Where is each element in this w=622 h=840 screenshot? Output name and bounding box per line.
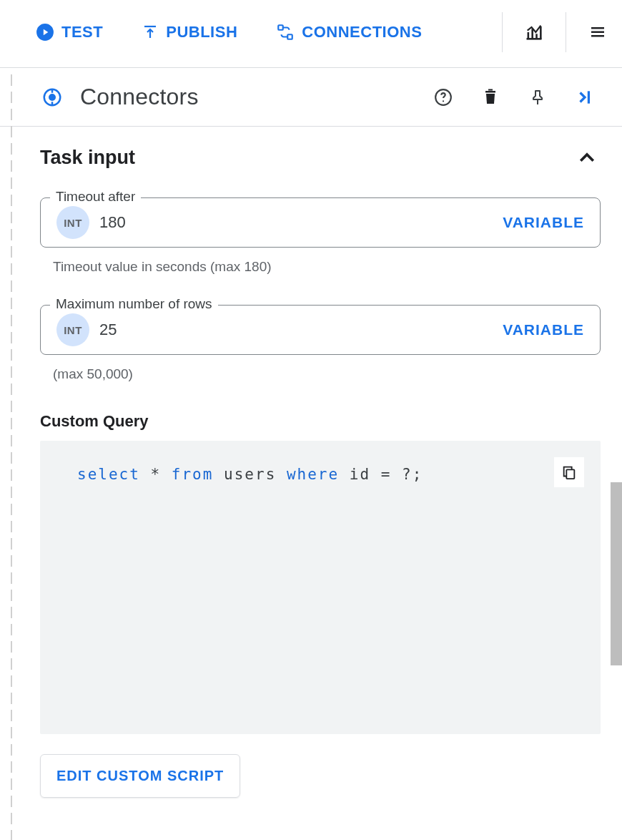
test-button[interactable]: TEST — [26, 16, 113, 49]
query-token-rest: id = ?; — [350, 466, 423, 483]
play-circle-icon — [36, 23, 54, 41]
query-token-star: * — [151, 466, 162, 483]
maxrows-legend: Maximum number of rows — [50, 296, 218, 312]
connector-node-icon — [41, 87, 63, 108]
svg-rect-6 — [591, 31, 604, 34]
help-icon[interactable] — [433, 87, 453, 107]
svg-rect-7 — [591, 35, 604, 37]
maxrows-value[interactable]: 25 — [99, 321, 503, 339]
section-header[interactable]: Task input — [40, 141, 601, 183]
section-title: Task input — [40, 147, 135, 169]
timeout-legend: Timeout after — [50, 189, 141, 205]
top-toolbar: TEST PUBLISH CONNECTIONS — [0, 0, 622, 64]
svg-rect-14 — [485, 91, 495, 93]
svg-rect-15 — [488, 89, 493, 90]
maxrows-field-wrap: Maximum number of rows INT 25 VARIABLE — [40, 305, 601, 355]
panel-body: Task input Timeout after INT 180 VARIABL… — [0, 127, 622, 812]
chart-icon[interactable] — [524, 22, 544, 42]
query-token-select: select — [77, 466, 140, 483]
maxrows-field[interactable]: INT 25 VARIABLE — [40, 305, 601, 355]
int-type-badge: INT — [56, 206, 89, 239]
edit-custom-script-label: EDIT CUSTOM SCRIPT — [56, 768, 224, 784]
pin-icon[interactable] — [528, 87, 548, 107]
test-label: TEST — [61, 23, 103, 41]
edit-custom-script-button[interactable]: EDIT CUSTOM SCRIPT — [40, 754, 240, 798]
timeout-value[interactable]: 180 — [99, 213, 503, 232]
svg-rect-5 — [591, 27, 604, 29]
timeout-variable-button[interactable]: VARIABLE — [503, 214, 584, 231]
panel-header: Connectors — [0, 68, 622, 127]
query-token-from: from — [172, 466, 214, 483]
custom-query-label: Custom Query — [40, 412, 601, 431]
int-type-badge-2: INT — [56, 313, 89, 346]
toolbar-divider-2 — [566, 12, 566, 52]
scrollbar-thumb[interactable] — [611, 482, 622, 665]
timeout-field[interactable]: INT 180 VARIABLE — [40, 197, 601, 248]
delete-icon[interactable] — [480, 87, 500, 107]
publish-button[interactable]: PUBLISH — [132, 16, 247, 49]
toolbar-divider — [502, 12, 503, 52]
copy-icon — [561, 464, 577, 480]
panel-title: Connectors — [80, 84, 199, 110]
chevron-up-icon[interactable] — [576, 147, 598, 169]
connections-icon — [276, 23, 295, 41]
query-token-where: where — [287, 466, 339, 483]
svg-point-9 — [49, 94, 55, 100]
publish-label: PUBLISH — [166, 23, 237, 41]
svg-rect-4 — [288, 34, 293, 39]
maxrows-variable-button[interactable]: VARIABLE — [503, 321, 584, 338]
custom-query-box: select * from users where id = ?; — [40, 441, 601, 734]
query-token-table: users — [224, 466, 276, 483]
svg-rect-18 — [566, 469, 574, 479]
connections-label: CONNECTIONS — [302, 23, 422, 41]
upload-icon — [142, 24, 159, 41]
svg-point-13 — [443, 100, 444, 102]
menu-icon[interactable] — [588, 24, 608, 41]
collapse-right-icon[interactable] — [575, 87, 595, 107]
timeout-hint: Timeout value in seconds (max 180) — [53, 259, 601, 275]
connections-button[interactable]: CONNECTIONS — [266, 16, 432, 49]
svg-rect-3 — [279, 25, 284, 30]
timeout-field-wrap: Timeout after INT 180 VARIABLE — [40, 197, 601, 248]
maxrows-hint: (max 50,000) — [53, 366, 601, 382]
copy-button[interactable] — [553, 456, 585, 488]
